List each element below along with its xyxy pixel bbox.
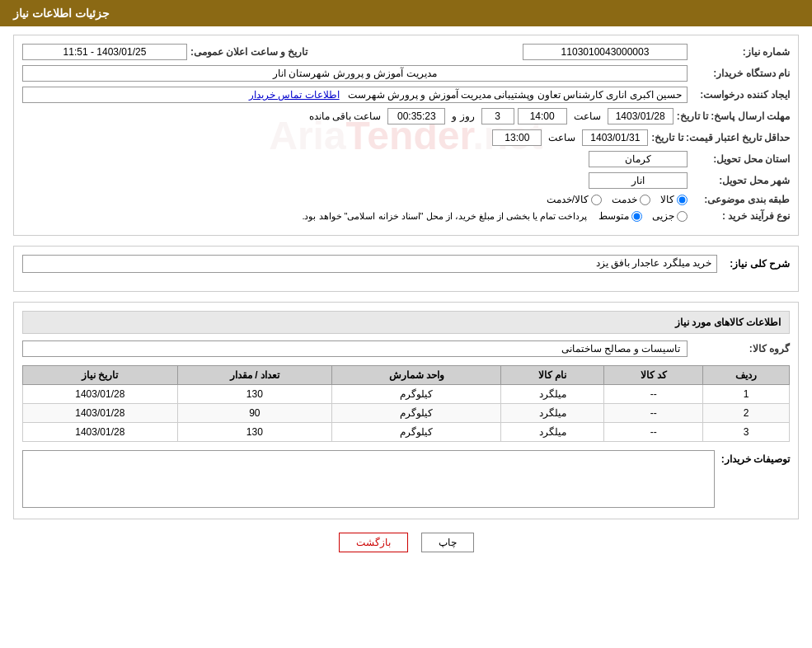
nam-dastgah-label: نام دستگاه خریدار: xyxy=(691,68,790,79)
tabaqe-label: طبقه بندی موضوعی: xyxy=(691,194,790,205)
main-content: AriaTender.net شماره نیاز: 1103010043000… xyxy=(0,26,812,561)
sharh-value: خرید میلگرد عاجدار بافق یزد xyxy=(22,255,717,273)
table-header-row: ردیف کد کالا نام کالا واحد شمارش تعداد /… xyxy=(23,366,790,385)
mohlat-mande: 00:35:23 xyxy=(387,108,445,124)
row-tabaqe: طبقه بندی موضوعی: کالا خدمت کالا/خدمت xyxy=(22,194,790,205)
ejad-label: ایجاد کننده درخواست: xyxy=(691,89,790,101)
farayand-radios: جزیی متوسط xyxy=(598,210,688,222)
shomare-niaz-value: 1103010043000003 xyxy=(523,44,688,60)
col-tedad: تعداد / مقدار xyxy=(177,366,331,385)
kala-khadamat-label: کالا/خدمت xyxy=(547,194,589,205)
mohlat-label: مهلت ارسال پاسخ: تا تاریخ: xyxy=(677,110,790,122)
grouh-kala-value: تاسیسات و مصالح ساختمانی xyxy=(22,340,688,357)
col-vahed: واحد شمارش xyxy=(332,366,501,385)
row-grouh-kala: گروه کالا: تاسیسات و مصالح ساختمانی xyxy=(22,340,790,357)
mohlat-saat-label: ساعت xyxy=(574,110,601,122)
table-row: 1--میلگردکیلوگرم1301403/01/28 xyxy=(23,385,790,404)
motevaset-label: متوسط xyxy=(598,210,629,222)
mohlat-rooz: 3 xyxy=(481,108,514,124)
sharh-section: شرح کلی نیاز: خرید میلگرد عاجدار بافق یز… xyxy=(13,246,799,292)
button-row: چاپ بازگشت xyxy=(13,533,799,552)
kala-section: اطلاعات کالاهای مورد نیاز گروه کالا: تاس… xyxy=(13,302,799,519)
kala-table: ردیف کد کالا نام کالا واحد شمارش تعداد /… xyxy=(22,365,790,442)
noe-farayand-label: نوع فرآیند خرید : xyxy=(691,210,790,222)
kala-section-title: اطلاعات کالاهای مورد نیاز xyxy=(22,311,790,334)
hadaqal-saat-label: ساعت xyxy=(548,132,575,143)
jozyi-label: جزیی xyxy=(652,210,674,222)
radio-kala-khadamat[interactable]: کالا/خدمت xyxy=(547,194,602,205)
radio-khadamat[interactable]: خدمت xyxy=(612,194,650,205)
ejad-value: حسین اکبری اناری کارشناس تعاون وپشتیبانی… xyxy=(22,87,688,103)
sharh-row: شرح کلی نیاز: خرید میلگرد عاجدار بافق یز… xyxy=(22,255,790,273)
tosif-textarea[interactable] xyxy=(22,450,715,508)
back-button[interactable]: بازگشت xyxy=(339,533,408,552)
row-ejad: ایجاد کننده درخواست: حسین اکبری اناری کا… xyxy=(22,87,790,103)
col-kod-kala: کد کالا xyxy=(604,366,703,385)
mohlat-mande-label: ساعت باقی مانده xyxy=(309,110,382,122)
col-tarikh: تاریخ نیاز xyxy=(23,366,178,385)
col-nam-kala: نام کالا xyxy=(501,366,604,385)
print-button[interactable]: چاپ xyxy=(421,533,474,552)
ejad-link[interactable]: اطلاعات تماس خریدار xyxy=(249,89,340,101)
hadaqal-saat: 13:00 xyxy=(492,129,542,146)
radio-motevaset[interactable]: متوسط xyxy=(598,210,642,222)
radio-kala[interactable]: کالا xyxy=(660,194,688,205)
row-shahr: شهر محل تحویل: انار xyxy=(22,172,790,189)
taarikh-value: 1403/01/25 - 11:51 xyxy=(22,44,187,60)
row-mohlat: مهلت ارسال پاسخ: تا تاریخ: 1403/01/28 سا… xyxy=(22,108,790,124)
sharh-label: شرح کلی نیاز: xyxy=(724,258,790,270)
tosif-section: توصیفات خریدار: xyxy=(22,450,790,510)
page-header: جزئیات اطلاعات نیاز xyxy=(0,0,812,26)
shomare-niaz-label: شماره نیاز: xyxy=(691,46,790,58)
ostan-value: کرمان xyxy=(589,151,688,167)
page-wrapper: جزئیات اطلاعات نیاز AriaTender.net شماره… xyxy=(0,0,812,648)
row-shomare: شماره نیاز: 1103010043000003 تاریخ و ساع… xyxy=(22,44,790,60)
khadamat-label: خدمت xyxy=(612,194,637,205)
table-row: 2--میلگردکیلوگرم901403/01/28 xyxy=(23,404,790,423)
page-title: جزئیات اطلاعات نیاز xyxy=(13,7,110,20)
grouh-kala-label: گروه کالا: xyxy=(691,343,790,355)
mohlat-rooz-label: روز و xyxy=(452,110,474,122)
row-farayand: نوع فرآیند خرید : جزیی متوسط پرداخت تمام… xyxy=(22,210,790,222)
mohlat-date: 1403/01/28 xyxy=(608,108,674,124)
col-radif: ردیف xyxy=(703,366,790,385)
shahr-value: انار xyxy=(589,172,688,189)
inner-content: شماره نیاز: 1103010043000003 تاریخ و ساع… xyxy=(22,44,790,222)
info-section: AriaTender.net شماره نیاز: 1103010043000… xyxy=(13,35,799,236)
tabaqe-radios: کالا خدمت کالا/خدمت xyxy=(547,194,688,205)
shahr-label: شهر محل تحویل: xyxy=(691,175,790,186)
kala-label: کالا xyxy=(660,194,674,205)
tosif-label: توصیفات خریدار: xyxy=(721,450,790,465)
row-hadaqal: حداقل تاریخ اعتبار قیمت: تا تاریخ: 1403/… xyxy=(22,129,790,146)
table-row: 3--میلگردکیلوگرم1301403/01/28 xyxy=(23,423,790,442)
radio-jozyi[interactable]: جزیی xyxy=(652,210,688,222)
taarikh-label: تاریخ و ساعت اعلان عمومی: xyxy=(190,46,307,58)
row-dastgah: نام دستگاه خریدار: مدیریت آموزش و پرورش … xyxy=(22,65,790,82)
nam-dastgah-value: مدیریت آموزش و پرورش شهرستان انار xyxy=(22,65,688,82)
tosif-area xyxy=(22,450,715,510)
ejad-text: حسین اکبری اناری کارشناس تعاون وپشتیبانی… xyxy=(348,89,682,101)
mohlat-saat: 14:00 xyxy=(518,108,567,124)
row-ostan: استان محل تحویل: کرمان xyxy=(22,151,790,167)
ostan-label: استان محل تحویل: xyxy=(691,153,790,165)
hadaqal-label: حداقل تاریخ اعتبار قیمت: تا تاریخ: xyxy=(651,132,790,143)
hadaqal-date: 1403/01/31 xyxy=(582,129,648,146)
farayand-desc: پرداخت تمام یا بخشی از مبلغ خرید، از محل… xyxy=(302,211,587,222)
